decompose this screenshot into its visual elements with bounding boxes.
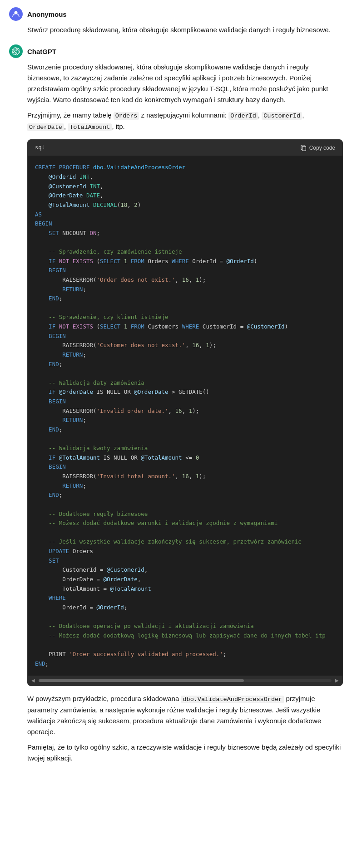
inline-code-orderid: OrderId bbox=[228, 112, 258, 120]
scroll-right-arrow[interactable]: ▶ bbox=[333, 677, 341, 684]
assistant-message: ChatGPT Stworzenie procedury składowanej… bbox=[9, 44, 343, 764]
assistant-avatar bbox=[9, 44, 23, 58]
user-avatar bbox=[9, 7, 23, 21]
copy-icon bbox=[301, 145, 307, 151]
inline-code-customerid: CustomerId bbox=[262, 112, 302, 120]
inline-code-orderdate: OrderDate bbox=[27, 123, 64, 131]
svg-rect-1 bbox=[302, 146, 306, 151]
code-lang: sql bbox=[35, 143, 45, 152]
scrollbar-track[interactable] bbox=[39, 679, 332, 682]
copy-code-button[interactable]: Copy code bbox=[301, 145, 335, 151]
user-message-header: Anonymous bbox=[9, 7, 343, 21]
code-block-header: sql Copy code bbox=[28, 140, 342, 156]
assistant-intro-p1: Stworzenie procedury składowanej, która … bbox=[27, 62, 343, 105]
scrollbar-thumb[interactable] bbox=[39, 679, 244, 682]
scroll-left-arrow[interactable]: ◀ bbox=[30, 677, 37, 684]
horizontal-scrollbar[interactable]: ◀ ▶ bbox=[28, 676, 342, 686]
assistant-outro-p2: Pamiętaj, że to tylko ogólny szkic, a rz… bbox=[27, 742, 343, 764]
assistant-message-text: Stworzenie procedury składowanej, która … bbox=[27, 62, 343, 764]
inline-code-totalamount: TotalAmount bbox=[68, 123, 112, 131]
assistant-outro-p1: W powyższym przykładzie, procedura skład… bbox=[27, 693, 343, 737]
inline-code-orders: Orders bbox=[114, 112, 139, 120]
assistant-intro-p2: Przyjmijmy, że mamy tabelę Orders z nast… bbox=[27, 110, 343, 132]
user-message-text: Stwórz procedurę składowaną, która obsłu… bbox=[27, 25, 343, 35]
code-block: sql Copy code CREATE PROCEDURE dbo.Valid… bbox=[27, 139, 343, 686]
user-name: Anonymous bbox=[27, 10, 67, 18]
assistant-message-header: ChatGPT bbox=[9, 44, 343, 58]
assistant-name: ChatGPT bbox=[27, 48, 56, 55]
code-content: CREATE PROCEDURE dbo.ValidateAndProcessO… bbox=[28, 156, 342, 676]
user-message: Anonymous Stwórz procedurę składowaną, k… bbox=[9, 7, 343, 35]
inline-code-proc-name: dbo.ValidateAndProcessOrder bbox=[181, 696, 284, 703]
